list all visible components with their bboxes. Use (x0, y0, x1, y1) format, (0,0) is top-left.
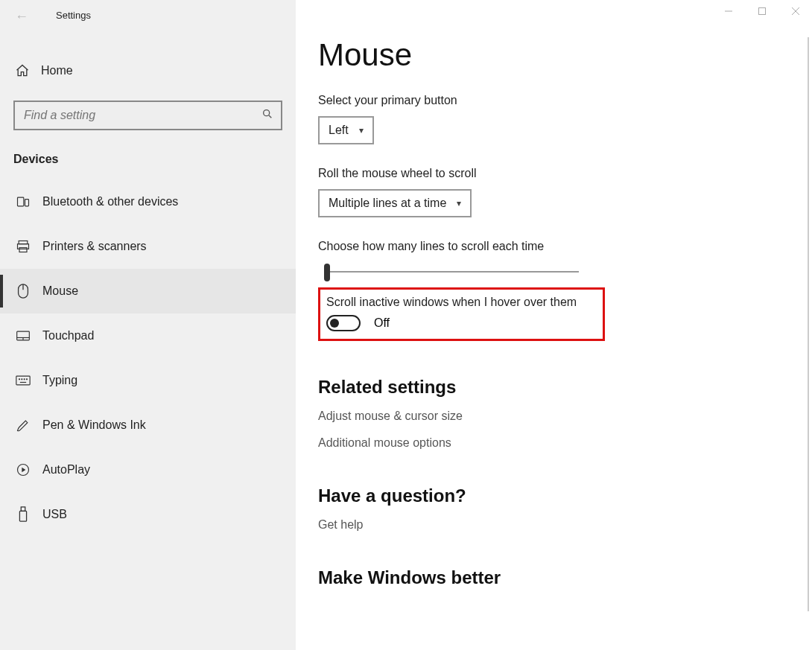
sidebar-item-bluetooth[interactable]: Bluetooth & other devices (0, 179, 296, 224)
svg-point-15 (27, 379, 28, 380)
related-link-additional-options[interactable]: Additional mouse options (318, 436, 812, 450)
search-icon (261, 108, 273, 120)
lines-slider[interactable] (318, 262, 579, 284)
wheel-label: Roll the mouse wheel to scroll (318, 167, 812, 180)
get-help-link[interactable]: Get help (318, 518, 812, 532)
devices-icon (15, 194, 31, 209)
svg-rect-19 (19, 511, 26, 521)
printer-icon (15, 239, 31, 254)
primary-button-label: Select your primary button (318, 94, 812, 107)
home-label: Home (41, 64, 73, 77)
maximize-button[interactable] (745, 0, 778, 22)
svg-point-13 (22, 379, 22, 380)
svg-rect-5 (19, 248, 27, 252)
highlighted-setting: Scroll inactive windows when I hover ove… (318, 287, 605, 341)
slider-track (326, 271, 579, 273)
svg-rect-11 (16, 376, 30, 385)
sidebar-item-printers[interactable]: Printers & scanners (0, 224, 296, 269)
svg-point-0 (264, 110, 270, 116)
sidebar-item-usb[interactable]: USB (0, 492, 296, 537)
main-content: Mouse Select your primary button Left ▾ … (296, 0, 812, 650)
home-icon (15, 63, 30, 78)
chevron-down-icon: ▾ (457, 198, 461, 208)
svg-point-14 (24, 379, 25, 380)
sidebar-item-label: USB (42, 508, 67, 521)
toggle-knob (330, 319, 339, 328)
dropdown-value: Multiple lines at a time (329, 197, 446, 210)
sidebar-item-label: Mouse (42, 284, 78, 298)
slider-thumb[interactable] (324, 264, 330, 281)
sidebar-item-label: AutoPlay (42, 463, 90, 477)
sidebar-item-pen[interactable]: Pen & Windows Ink (0, 403, 296, 447)
question-heading: Have a question? (318, 485, 812, 506)
sidebar-item-mouse[interactable]: Mouse (0, 269, 296, 313)
close-button[interactable] (778, 0, 812, 22)
sidebar: ← Settings Home Devices Bluetooth & othe… (0, 0, 296, 650)
svg-rect-3 (19, 241, 28, 244)
sidebar-item-touchpad[interactable]: Touchpad (0, 313, 296, 358)
scrollbar[interactable] (808, 37, 809, 611)
home-nav[interactable]: Home (0, 48, 296, 93)
toggle-row: Off (326, 315, 597, 331)
search-container (0, 93, 296, 145)
settings-window: ← Settings Home Devices Bluetooth & othe… (0, 0, 812, 650)
toggle-state: Off (374, 316, 390, 330)
nav-list: Bluetooth & other devices Printers & sca… (0, 179, 296, 537)
improve-heading: Make Windows better (318, 567, 812, 588)
titlebar: ← Settings (0, 0, 296, 30)
chevron-down-icon: ▾ (359, 125, 364, 136)
sidebar-item-label: Typing (42, 374, 77, 387)
svg-rect-21 (758, 8, 765, 15)
dropdown-value: Left (329, 124, 349, 137)
svg-rect-2 (25, 200, 29, 206)
svg-rect-1 (18, 197, 24, 206)
sidebar-item-label: Bluetooth & other devices (42, 195, 178, 208)
mouse-icon (15, 283, 31, 299)
minimize-button[interactable] (711, 0, 745, 22)
usb-icon (15, 506, 31, 523)
page-title: Mouse (318, 37, 812, 73)
window-title: Settings (56, 10, 91, 21)
sidebar-item-label: Printers & scanners (42, 240, 147, 253)
lines-label: Choose how many lines to scroll each tim… (318, 240, 812, 253)
touchpad-icon (15, 330, 31, 342)
inactive-toggle[interactable] (326, 315, 361, 331)
pen-icon (15, 418, 31, 433)
related-link-cursor-size[interactable]: Adjust mouse & cursor size (318, 410, 812, 423)
primary-button-dropdown[interactable]: Left ▾ (318, 116, 374, 144)
sidebar-item-label: Touchpad (42, 329, 94, 342)
related-heading: Related settings (318, 377, 812, 398)
category-heading: Devices (0, 145, 296, 179)
keyboard-icon (15, 375, 31, 386)
autoplay-icon (15, 462, 31, 477)
svg-rect-18 (21, 507, 25, 512)
sidebar-item-label: Pen & Windows Ink (42, 418, 146, 432)
sidebar-item-typing[interactable]: Typing (0, 358, 296, 403)
wheel-dropdown[interactable]: Multiple lines at a time ▾ (318, 189, 472, 217)
window-controls (711, 0, 812, 22)
search-input[interactable] (13, 101, 282, 130)
svg-point-12 (19, 379, 20, 380)
back-icon[interactable]: ← (15, 9, 28, 25)
sidebar-item-autoplay[interactable]: AutoPlay (0, 447, 296, 492)
inactive-label: Scroll inactive windows when I hover ove… (326, 296, 597, 309)
